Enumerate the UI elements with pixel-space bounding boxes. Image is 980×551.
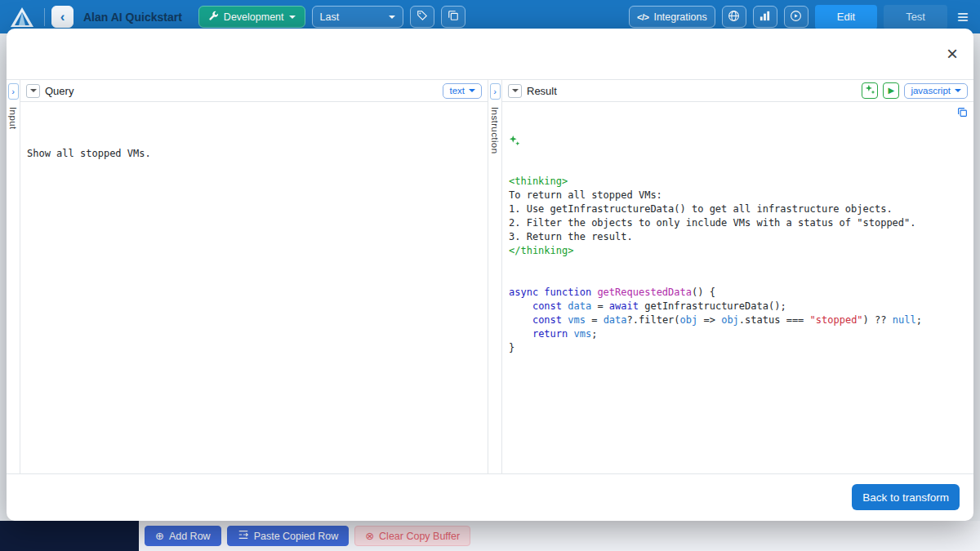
alan-ai-logo-icon	[8, 6, 36, 29]
environment-label: Development	[224, 11, 284, 23]
code-line: }	[509, 341, 967, 355]
paste-copied-row-button[interactable]: Paste Copied Row	[227, 526, 350, 546]
row-actions: ⊕ Add Row Paste Copied Row ⊗ Clear Copy …	[139, 521, 980, 551]
editor-panels: › Input Query text Show all stopped VMs.	[7, 79, 973, 474]
cancel-circle-icon: ⊗	[365, 531, 374, 541]
play-icon: ▶	[889, 87, 895, 95]
page-footer: ⊕ Add Row Paste Copied Row ⊗ Clear Copy …	[0, 521, 980, 551]
globe-icon	[728, 10, 740, 24]
code-line	[509, 258, 967, 272]
chevron-down-icon	[30, 89, 37, 92]
chevron-down-icon	[955, 89, 961, 92]
close-icon: ×	[947, 42, 958, 64]
expand-input-button[interactable]: ›	[8, 83, 19, 100]
paste-row-label: Paste Copied Row	[254, 531, 339, 542]
code-line: async function getRequestedData() {	[509, 286, 967, 300]
copy-icon	[448, 10, 459, 24]
play-circle-icon	[790, 10, 802, 24]
code-line: 2. Filter the objects to only include VM…	[509, 216, 967, 230]
result-panel: Result ▶ javascript	[501, 80, 973, 473]
integrations-label: Integrations	[653, 11, 706, 23]
environment-dropdown[interactable]: Development	[198, 6, 305, 28]
query-type-select[interactable]	[26, 84, 40, 98]
ai-generated-sparkle-icon	[509, 133, 967, 147]
tag-version-button[interactable]	[410, 6, 434, 28]
code-brackets-icon: </>	[637, 12, 648, 22]
globe-button[interactable]	[722, 6, 746, 28]
copy-result-icon[interactable]	[898, 107, 968, 118]
instruction-rail-label: Instruction	[490, 107, 500, 153]
result-code: <thinking>To return all stopped VMs:1. U…	[509, 175, 967, 355]
chevron-down-icon	[389, 16, 395, 19]
result-mode-value: javascript	[911, 86, 951, 96]
version-select[interactable]: Last	[312, 6, 403, 28]
chevron-down-icon	[289, 16, 296, 19]
query-editor[interactable]: Show all stopped VMs.	[20, 102, 488, 473]
input-rail: › Input	[7, 80, 20, 473]
query-text: Show all stopped VMs.	[27, 147, 481, 161]
result-editor[interactable]: <thinking>To return all stopped VMs:1. U…	[502, 102, 973, 473]
code-line: To return all stopped VMs:	[509, 189, 967, 202]
topbar-right-group: </> Integrations Edit Test ≡	[629, 5, 972, 29]
transform-modal: × › Input Query text Show all stop	[7, 29, 973, 521]
code-line: return vms;	[509, 327, 967, 341]
code-line: </thinking>	[509, 244, 967, 258]
project-title: Alan AI Quickstart	[83, 11, 182, 24]
edit-tab[interactable]: Edit	[815, 5, 877, 29]
version-value: Last	[320, 11, 340, 23]
code-line: 3. Return the result.	[509, 230, 967, 244]
analytics-button[interactable]	[753, 6, 777, 28]
result-type-select[interactable]	[508, 84, 522, 98]
result-mode-select[interactable]: javascript	[904, 83, 968, 99]
query-mode-select[interactable]: text	[443, 83, 482, 99]
wrench-icon	[208, 11, 219, 24]
plus-circle-icon: ⊕	[155, 531, 164, 541]
query-mode-value: text	[449, 86, 465, 96]
code-line	[509, 272, 967, 286]
sparkle-icon	[865, 84, 875, 97]
back-chevron-icon: ‹	[60, 9, 65, 25]
back-button[interactable]: ‹	[51, 6, 74, 28]
back-to-transform-button[interactable]: Back to transform	[852, 484, 960, 510]
query-panel: Query text Show all stopped VMs.	[20, 80, 488, 473]
code-line: const vms = data?.filter(obj => obj.stat…	[509, 313, 967, 327]
code-line: <thinking>	[509, 175, 967, 189]
menu-button[interactable]: ≡	[954, 7, 972, 27]
run-code-button[interactable]: ▶	[883, 82, 899, 99]
query-panel-header: Query text	[20, 80, 488, 102]
run-dialog-button[interactable]	[784, 6, 808, 28]
paste-row-icon	[238, 529, 249, 543]
result-panel-header: Result ▶ javascript	[502, 80, 973, 102]
sidebar-bottom	[0, 521, 139, 551]
tag-icon	[416, 10, 428, 24]
code-line: 1. Use getInfrastructureData() to get al…	[509, 202, 967, 216]
chevron-right-icon: ›	[11, 87, 15, 96]
divider	[44, 8, 45, 26]
copy-version-button[interactable]	[441, 6, 466, 28]
instruction-rail: › Instruction	[488, 80, 501, 473]
input-rail-label: Input	[8, 107, 18, 130]
query-panel-title: Query	[45, 85, 74, 97]
result-panel-title: Result	[527, 85, 557, 97]
chevron-down-icon	[469, 89, 475, 92]
clear-copy-buffer-button[interactable]: ⊗ Clear Copy Buffer	[354, 526, 470, 546]
expand-instruction-button[interactable]: ›	[490, 83, 501, 100]
clear-buffer-label: Clear Copy Buffer	[379, 531, 460, 542]
bar-chart-icon	[759, 10, 771, 24]
add-row-button[interactable]: ⊕ Add Row	[145, 526, 221, 546]
hamburger-icon: ≡	[957, 6, 969, 28]
integrations-button[interactable]: </> Integrations	[629, 6, 715, 28]
chevron-down-icon	[512, 89, 519, 92]
test-tab[interactable]: Test	[884, 5, 947, 29]
ai-generate-button[interactable]	[862, 82, 878, 99]
chevron-right-icon: ›	[493, 87, 497, 96]
add-row-label: Add Row	[169, 531, 211, 542]
code-line: const data = await getInfrastructureData…	[509, 300, 967, 313]
close-button[interactable]: ×	[942, 42, 963, 65]
